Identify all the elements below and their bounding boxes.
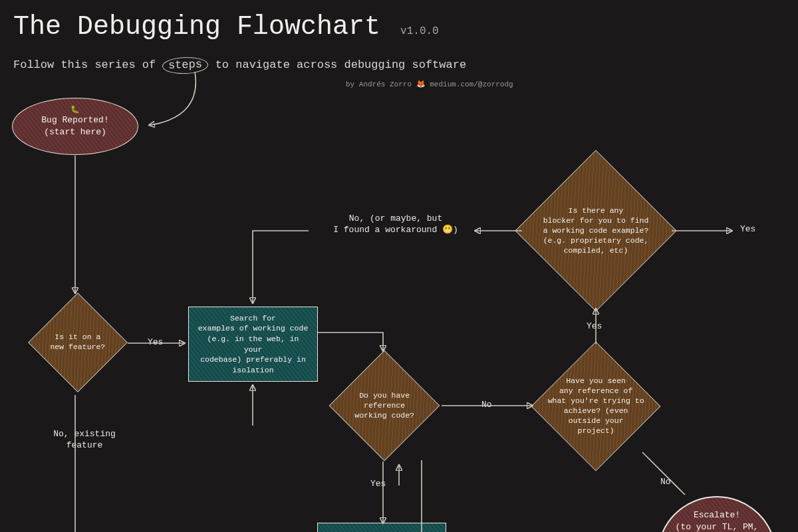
decision-have-reference-code-label: Do you havereferenceworking code? bbox=[331, 391, 438, 421]
edge-label-no-seen: No bbox=[660, 477, 671, 488]
edge-label-yes-seen: Yes bbox=[587, 321, 602, 332]
subtitle-post: to navigate across debugging software bbox=[208, 59, 466, 71]
edge-label-no-blocker: No, (or maybe, butI found a workaround 😬… bbox=[326, 213, 466, 236]
title-text: The Debugging Flowchart bbox=[13, 12, 380, 42]
process-partial-bottom bbox=[317, 523, 446, 532]
decision-new-feature: Is it on anew feature? bbox=[28, 293, 128, 392]
fox-icon: 🦊 bbox=[416, 80, 426, 88]
byline-link: medium.com/@zorrodg bbox=[430, 80, 513, 88]
subtitle: Follow this series of steps to navigate … bbox=[13, 57, 466, 74]
edge-label-yes-ref: Yes bbox=[370, 479, 386, 490]
edge-label-yes-feature: Yes bbox=[148, 337, 163, 348]
decision-blocker: Is there anyblocker for you to finda wor… bbox=[515, 150, 676, 311]
subtitle-pre: Follow this series of bbox=[13, 59, 162, 71]
decision-seen-reference: Have you seenany reference ofwhat you're… bbox=[531, 341, 660, 471]
bug-icon: 🐛 bbox=[70, 105, 80, 115]
terminal-escalate-label: Escalate!(to your TL, PM, bbox=[676, 510, 759, 532]
byline: by Andrés Zorro 🦊 medium.com/@zorrodg bbox=[346, 80, 513, 88]
subtitle-circled-word: steps bbox=[162, 57, 209, 74]
start-node: 🐛 Bug Reported!(start here) bbox=[12, 98, 138, 155]
decision-have-reference-code: Do you havereferenceworking code? bbox=[329, 350, 440, 462]
decision-new-feature-label: Is it on anew feature? bbox=[29, 332, 126, 352]
edge-label-yes-blocker: Yes bbox=[740, 224, 755, 235]
page-title: The Debugging Flowchart v1.0.0 bbox=[13, 12, 439, 42]
version-text: v1.0.0 bbox=[400, 25, 439, 37]
process-search-examples: Search forexamples of working code(e.g. … bbox=[188, 307, 318, 382]
process-search-examples-label: Search forexamples of working code(e.g. … bbox=[197, 313, 309, 375]
decision-seen-reference-label: Have you seenany reference ofwhat you're… bbox=[533, 376, 659, 436]
decision-blocker-label: Is there anyblocker for you to finda wor… bbox=[517, 206, 675, 256]
start-node-label: Bug Reported!(start here) bbox=[41, 114, 108, 138]
terminal-escalate: Escalate!(to your TL, PM, bbox=[657, 496, 777, 532]
byline-author: by Andrés Zorro bbox=[346, 80, 416, 88]
edge-label-no-ref: No bbox=[481, 400, 492, 411]
edge-label-no-existing: No, existingfeature bbox=[41, 429, 128, 452]
